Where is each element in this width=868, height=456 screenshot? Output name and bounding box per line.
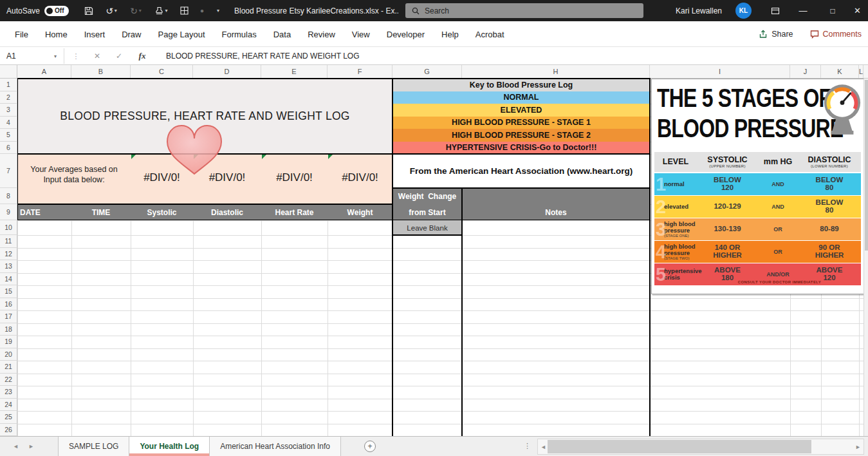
record-macro-button[interactable]: ● <box>193 0 211 21</box>
ribbon-tab-home[interactable]: Home <box>37 21 76 47</box>
key-row-crisis[interactable]: HYPERTENSIVE CRISIS-Go to Doctor!!! <box>392 142 650 155</box>
ribbon-tab-review[interactable]: Review <box>299 21 344 47</box>
sheet-nav-left-icon[interactable]: ◄ <box>13 443 19 450</box>
row-header-6[interactable]: 6 <box>0 142 17 155</box>
row-header-11[interactable]: 11 <box>0 235 17 248</box>
cancel-entry-icon[interactable]: ✕ <box>89 48 106 64</box>
name-box-caret-icon[interactable]: ▾ <box>54 48 57 64</box>
minimize-button[interactable]: — <box>790 0 816 21</box>
search-box[interactable] <box>405 3 643 18</box>
ribbon-tab-draw[interactable]: Draw <box>113 21 149 47</box>
sheet-tab-your-health-log[interactable]: Your Health Log <box>129 437 210 456</box>
maximize-button[interactable]: □ <box>820 0 845 21</box>
vertical-scrollbar[interactable] <box>863 79 868 436</box>
heart-shape[interactable] <box>162 122 226 180</box>
header-diastolic[interactable]: Diastolic <box>193 204 261 220</box>
column-header-L[interactable]: L <box>859 65 863 78</box>
vertical-scrollbar-thumb[interactable] <box>865 80 868 251</box>
row-header-14[interactable]: 14 <box>0 273 17 286</box>
row-header-23[interactable]: 23 <box>0 386 17 399</box>
row-header-16[interactable]: 16 <box>0 298 17 311</box>
column-header-B[interactable]: B <box>71 65 131 78</box>
header-notes[interactable]: Notes <box>462 204 650 220</box>
ribbon-tab-page-layout[interactable]: Page Layout <box>150 21 214 47</box>
key-row-elevated[interactable]: ELEVATED <box>392 104 650 117</box>
row-header-7[interactable]: 7 <box>0 154 17 188</box>
insert-function-icon[interactable]: fx <box>134 48 151 64</box>
row-header-22[interactable]: 22 <box>0 374 17 386</box>
row-header-18[interactable]: 18 <box>0 323 17 336</box>
row-header-13[interactable]: 13 <box>0 260 17 273</box>
key-row-stage1[interactable]: HIGH BLOOD PRESSURE - STAGE 1 <box>392 117 650 129</box>
row-header-12[interactable]: 12 <box>0 248 17 261</box>
key-row-normal[interactable]: NORMAL <box>392 91 650 104</box>
formula-content[interactable]: BLOOD PRESSURE, HEART RATE AND WEIGHT LO… <box>166 48 360 64</box>
row-header-3[interactable]: 3 <box>0 104 17 117</box>
column-header-I[interactable]: I <box>650 65 790 78</box>
header-heart-rate[interactable]: Heart Rate <box>261 204 328 220</box>
avatar[interactable]: KL <box>735 3 752 19</box>
ribbon-tab-formulas[interactable]: Formulas <box>214 21 265 47</box>
bp-stages-infographic[interactable]: THE 5 STAGES OF BLOOD PRESSURE LEVEL SYS… <box>651 79 864 294</box>
header-time[interactable]: TIME <box>71 204 131 220</box>
column-header-C[interactable]: C <box>131 65 193 78</box>
draw-table-button[interactable] <box>175 0 193 21</box>
scroll-right-icon[interactable]: ► <box>855 444 861 450</box>
row-header-17[interactable]: 17 <box>0 310 17 323</box>
row-header-10[interactable]: 10 <box>0 220 17 235</box>
stamp-button[interactable]: ▾ <box>149 0 174 21</box>
average-weight-cell[interactable]: #DIV/0! <box>328 154 392 188</box>
autosave-toggle[interactable]: AutoSave Off <box>6 0 69 21</box>
ribbon-tab-developer[interactable]: Developer <box>378 21 433 47</box>
row-header-15[interactable]: 15 <box>0 285 17 298</box>
sheet-tab-sample-log[interactable]: SAMPLE LOG <box>58 437 129 456</box>
header-systolic[interactable]: Systolic <box>131 204 193 220</box>
header-from-start[interactable]: from Start <box>392 204 462 220</box>
row-header-21[interactable]: 21 <box>0 361 17 374</box>
sheet-nav-right-icon[interactable]: ► <box>28 443 34 450</box>
ribbon-tab-help[interactable]: Help <box>433 21 467 47</box>
row-header-19[interactable]: 19 <box>0 336 17 348</box>
redo-button[interactable]: ↻▾ <box>125 0 147 21</box>
aha-source-cell[interactable]: From the American Heart Association (www… <box>392 154 650 188</box>
customize-qat-button[interactable]: ▾ <box>211 0 225 21</box>
row-header-26[interactable]: 26 <box>0 424 17 437</box>
column-header-J[interactable]: J <box>790 65 821 78</box>
column-header-A[interactable]: A <box>17 65 71 78</box>
share-button[interactable]: Share <box>759 30 793 39</box>
select-all-corner[interactable] <box>0 65 17 78</box>
search-input[interactable] <box>425 6 637 15</box>
row-header-24[interactable]: 24 <box>0 399 17 412</box>
row-header-8[interactable]: 8 <box>0 188 17 204</box>
header-weight[interactable]: Weight <box>328 204 392 220</box>
row-header-9[interactable]: 9 <box>0 204 17 220</box>
row-header-2[interactable]: 2 <box>0 91 17 104</box>
column-header-H[interactable]: H <box>462 65 650 78</box>
comments-button[interactable]: Comments <box>810 30 862 39</box>
scroll-left-icon[interactable]: ◄ <box>540 444 546 450</box>
key-title-cell[interactable]: Key to Blood Pressure Log <box>392 79 650 91</box>
row-header-20[interactable]: 20 <box>0 348 17 361</box>
add-sheet-button[interactable]: + <box>364 441 376 452</box>
sheet-tab-american-heart-association-info[interactable]: American Heart Association Info <box>210 437 341 456</box>
averages-label-cell[interactable]: Your Averages based on Input data below: <box>17 154 131 188</box>
tab-bar-dots-icon[interactable]: ⋮ <box>524 442 531 450</box>
header-date[interactable]: DATE <box>17 204 71 220</box>
horizontal-scrollbar[interactable]: ◄ ► <box>537 439 864 455</box>
ribbon-tab-view[interactable]: View <box>344 21 378 47</box>
column-header-E[interactable]: E <box>261 65 328 78</box>
close-button[interactable]: ✕ <box>847 0 868 21</box>
column-header-G[interactable]: G <box>392 65 462 78</box>
undo-button[interactable]: ↺▾ <box>100 0 122 21</box>
column-header-D[interactable]: D <box>193 65 261 78</box>
column-header-F[interactable]: F <box>328 65 392 78</box>
save-icon[interactable] <box>80 0 98 21</box>
average-heart-rate-cell[interactable]: #DIV/0! <box>261 154 328 188</box>
ribbon-tab-acrobat[interactable]: Acrobat <box>467 21 513 47</box>
row-header-4[interactable]: 4 <box>0 117 17 129</box>
ribbon-tab-file[interactable]: File <box>6 21 37 47</box>
enter-entry-icon[interactable]: ✓ <box>111 48 127 64</box>
row-header-5[interactable]: 5 <box>0 129 17 142</box>
column-header-K[interactable]: K <box>821 65 859 78</box>
header-weight-change[interactable]: Weight Change <box>392 188 462 204</box>
